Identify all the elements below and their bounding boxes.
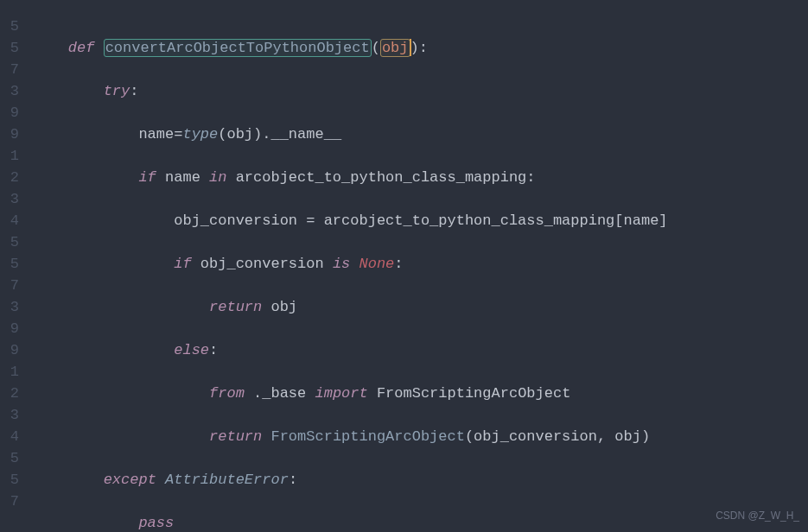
builtin-type: type xyxy=(182,126,218,142)
keyword-import: import xyxy=(315,385,367,402)
exception-name: AttributeError xyxy=(165,472,289,488)
line-number: 9 xyxy=(0,124,19,145)
paren-open: ( xyxy=(372,40,380,56)
watermark-text: CSDN @Z_W_H_ xyxy=(716,505,799,527)
line-number: 1 xyxy=(0,361,19,383)
keyword-return: return xyxy=(209,428,262,445)
identifier: arcobject_to_python_class_mapping xyxy=(226,169,526,186)
identifier: arcobject_to_python_class_mapping[name] xyxy=(315,212,667,229)
keyword-is: is xyxy=(333,256,350,272)
identifier: obj_conversion xyxy=(192,256,333,272)
code-line[interactable]: pass xyxy=(33,512,706,532)
line-number: 5 xyxy=(0,253,19,275)
keyword-def: def xyxy=(68,40,95,56)
function-name: convertArcObjectToPythonObject xyxy=(105,40,370,56)
code-editor[interactable]: 55739912345573991234557 def convertArcOb… xyxy=(0,0,808,532)
keyword-else: else xyxy=(174,342,209,358)
space xyxy=(350,256,359,272)
line-number: 4 xyxy=(0,426,19,447)
keyword-in: in xyxy=(209,169,226,186)
code-area[interactable]: def convertArcObjectToPythonObject(obj):… xyxy=(24,0,706,532)
arguments: (obj_conversion, obj) xyxy=(465,428,650,445)
line-number: 5 xyxy=(0,469,19,491)
module-path: ._base xyxy=(245,385,315,402)
colon: : xyxy=(394,256,403,272)
line-number: 7 xyxy=(0,59,19,80)
line-number: 5 xyxy=(0,231,19,253)
code-line[interactable]: def convertArcObjectToPythonObject(obj): xyxy=(33,37,706,59)
code-line[interactable]: try: xyxy=(33,80,706,102)
text-cursor xyxy=(410,39,411,56)
keyword-if: if xyxy=(138,169,156,186)
identifier: obj_conversion xyxy=(174,212,306,229)
code-line[interactable]: return FromScriptingArcObject(obj_conver… xyxy=(33,426,706,447)
paren-close: ) xyxy=(253,126,262,142)
line-number: 7 xyxy=(0,275,19,296)
code-line[interactable]: else: xyxy=(33,339,706,361)
code-line[interactable]: from ._base import FromScriptingArcObjec… xyxy=(33,383,706,404)
identifier: FromScriptingArcObject xyxy=(368,385,571,402)
line-number: 5 xyxy=(0,37,19,59)
constant-none: None xyxy=(359,256,394,272)
line-number-gutter: 55739912345573991234557 xyxy=(0,0,24,532)
colon: : xyxy=(289,472,297,488)
function-call: FromScriptingArcObject xyxy=(270,428,464,445)
identifier: obj xyxy=(262,299,297,315)
line-number: 2 xyxy=(0,167,19,188)
line-number: 3 xyxy=(0,404,19,426)
space xyxy=(262,428,270,445)
equals: = xyxy=(174,126,182,142)
symbol-highlight: convertArcObjectToPythonObject xyxy=(104,39,372,57)
line-number: 3 xyxy=(0,188,19,210)
code-line[interactable]: if name in arcobject_to_python_class_map… xyxy=(33,167,706,188)
identifier: name xyxy=(138,126,174,142)
paren-close: ) xyxy=(410,40,419,56)
param-highlight: obj xyxy=(380,39,410,57)
line-number: 9 xyxy=(0,339,19,361)
keyword-return: return xyxy=(209,299,262,315)
colon: : xyxy=(526,169,535,186)
keyword-try: try xyxy=(104,83,130,99)
keyword-if: if xyxy=(174,256,191,272)
space xyxy=(156,472,165,488)
keyword-from: from xyxy=(209,385,245,402)
paren-open: ( xyxy=(218,126,226,142)
line-number: 5 xyxy=(0,16,19,37)
colon: : xyxy=(130,83,138,99)
code-line[interactable]: return obj xyxy=(33,296,706,318)
line-number: 9 xyxy=(0,318,19,339)
keyword-pass: pass xyxy=(138,515,174,531)
parameter: obj xyxy=(382,40,409,56)
code-line[interactable]: except AttributeError: xyxy=(33,469,706,491)
keyword-except: except xyxy=(104,472,156,488)
line-number: 3 xyxy=(0,296,19,318)
equals: = xyxy=(306,212,315,229)
colon: : xyxy=(419,40,428,56)
line-number: 5 xyxy=(0,447,19,469)
identifier: obj xyxy=(226,126,253,142)
colon: : xyxy=(209,342,218,358)
line-number: 2 xyxy=(0,383,19,404)
code-line[interactable]: name=type(obj).__name__ xyxy=(33,124,706,145)
line-number: 4 xyxy=(0,210,19,231)
attribute: .__name__ xyxy=(262,126,341,142)
code-line[interactable]: obj_conversion = arcobject_to_python_cla… xyxy=(33,210,706,231)
line-number: 3 xyxy=(0,80,19,102)
line-number: 9 xyxy=(0,102,19,124)
identifier: name xyxy=(156,169,209,186)
line-number: 1 xyxy=(0,145,19,167)
line-number: 7 xyxy=(0,491,19,512)
code-line[interactable]: if obj_conversion is None: xyxy=(33,253,706,275)
